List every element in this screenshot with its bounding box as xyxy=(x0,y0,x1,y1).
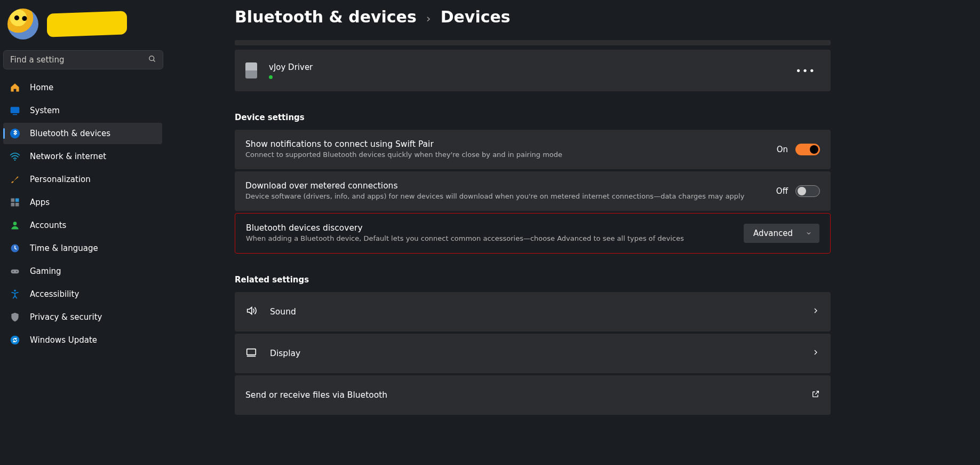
sound-icon xyxy=(245,305,257,319)
svg-point-10 xyxy=(13,222,17,225)
svg-rect-8 xyxy=(11,203,15,207)
svg-point-13 xyxy=(13,271,14,272)
chevron-right-icon xyxy=(811,348,820,359)
swift-pair-toggle[interactable] xyxy=(795,144,820,155)
nav-label: Privacy & security xyxy=(30,312,102,322)
related-label: Display xyxy=(270,349,300,358)
nav-label: Accounts xyxy=(30,220,66,230)
nav-label: Bluetooth & devices xyxy=(30,129,110,138)
status-dot-icon xyxy=(269,75,273,79)
nav-accounts[interactable]: Accounts xyxy=(3,215,162,236)
nav-label: Home xyxy=(30,83,53,92)
nav-label: Gaming xyxy=(30,266,61,276)
highlighted-setting: Bluetooth devices discovery When adding … xyxy=(235,213,831,254)
external-link-icon xyxy=(811,390,820,400)
svg-rect-3 xyxy=(13,114,17,115)
nav-label: Apps xyxy=(30,198,50,207)
toggle-state-label: Off xyxy=(776,186,788,196)
device-row-vjoy[interactable]: vJoy Driver ••• xyxy=(235,50,831,91)
breadcrumb-current: Devices xyxy=(441,7,511,26)
nav-label: Personalization xyxy=(30,175,91,184)
gamepad-icon xyxy=(10,266,20,277)
nav-list: Home System Bluetooth & devices Network … xyxy=(3,77,162,351)
user-name-redacted xyxy=(47,11,127,37)
svg-point-15 xyxy=(14,289,16,291)
svg-point-0 xyxy=(149,56,154,60)
chevron-down-icon xyxy=(806,230,812,237)
collapsed-section-bar[interactable] xyxy=(235,40,831,45)
setting-desc: When adding a Bluetooth device, Default … xyxy=(246,234,684,243)
setting-metered: Download over metered connections Device… xyxy=(235,171,831,211)
related-sound[interactable]: Sound xyxy=(235,292,831,332)
nav-gaming[interactable]: Gaming xyxy=(3,261,162,282)
device-meta: vJoy Driver xyxy=(269,62,313,79)
nav-accessibility[interactable]: Accessibility xyxy=(3,283,162,305)
nav-system[interactable]: System xyxy=(3,100,162,121)
paintbrush-icon xyxy=(10,174,20,185)
svg-rect-6 xyxy=(11,199,15,202)
setting-title: Download over metered connections xyxy=(245,181,744,191)
breadcrumb: Bluetooth & devices › Devices xyxy=(235,7,831,26)
discovery-dropdown[interactable]: Advanced xyxy=(744,224,819,243)
nav-personalization[interactable]: Personalization xyxy=(3,169,162,190)
related-display[interactable]: Display xyxy=(235,334,831,373)
search-input[interactable] xyxy=(10,55,148,65)
device-icon xyxy=(245,62,257,78)
svg-rect-2 xyxy=(11,107,20,113)
svg-rect-9 xyxy=(15,203,19,207)
toggle-state-label: On xyxy=(777,145,788,154)
nav-label: Time & language xyxy=(30,243,98,253)
nav-label: System xyxy=(30,106,60,115)
svg-rect-17 xyxy=(247,349,256,355)
nav-apps[interactable]: Apps xyxy=(3,192,162,213)
breadcrumb-parent[interactable]: Bluetooth & devices xyxy=(235,7,417,26)
display-icon xyxy=(245,346,257,360)
wifi-icon xyxy=(10,151,20,162)
metered-toggle[interactable] xyxy=(795,185,820,197)
system-icon xyxy=(10,105,20,116)
nav-label: Network & internet xyxy=(30,152,106,161)
svg-point-5 xyxy=(14,159,16,161)
setting-swift-pair: Show notifications to connect using Swif… xyxy=(235,130,831,169)
update-icon xyxy=(10,335,20,345)
nav-time-language[interactable]: Time & language xyxy=(3,238,162,259)
related-bluetooth-files[interactable]: Send or receive files via Bluetooth xyxy=(235,375,831,415)
shield-icon xyxy=(10,312,20,322)
section-device-settings: Device settings xyxy=(235,113,831,122)
setting-title: Bluetooth devices discovery xyxy=(246,223,684,233)
svg-point-14 xyxy=(16,271,17,272)
nav-privacy[interactable]: Privacy & security xyxy=(3,306,162,328)
home-icon xyxy=(10,82,20,93)
person-icon xyxy=(10,220,20,231)
main-content: Bluetooth & devices › Devices vJoy Drive… xyxy=(165,0,980,465)
accessibility-icon xyxy=(10,289,20,300)
svg-point-16 xyxy=(11,336,20,345)
setting-desc: Device software (drivers, info, and apps… xyxy=(245,192,744,201)
search-icon xyxy=(148,55,156,65)
clock-icon xyxy=(10,243,20,254)
user-profile[interactable] xyxy=(3,3,162,50)
section-related-settings: Related settings xyxy=(235,275,831,285)
setting-desc: Connect to supported Bluetooth devices q… xyxy=(245,150,562,160)
related-label: Send or receive files via Bluetooth xyxy=(245,390,387,400)
search-box[interactable] xyxy=(3,50,163,69)
device-more-button[interactable]: ••• xyxy=(791,62,820,80)
chevron-right-icon xyxy=(811,306,820,317)
device-name: vJoy Driver xyxy=(269,62,313,72)
setting-title: Show notifications to connect using Swif… xyxy=(245,139,562,149)
svg-rect-7 xyxy=(15,199,19,202)
nav-home[interactable]: Home xyxy=(3,77,162,98)
setting-discovery: Bluetooth devices discovery When adding … xyxy=(235,214,830,253)
bluetooth-icon xyxy=(10,128,20,139)
nav-bluetooth-devices[interactable]: Bluetooth & devices xyxy=(3,123,162,144)
nav-network[interactable]: Network & internet xyxy=(3,146,162,167)
related-label: Sound xyxy=(270,307,296,317)
svg-line-1 xyxy=(153,60,155,61)
avatar xyxy=(7,9,38,40)
nav-windows-update[interactable]: Windows Update xyxy=(3,329,162,351)
apps-icon xyxy=(10,197,20,208)
svg-rect-12 xyxy=(11,270,19,274)
dropdown-value: Advanced xyxy=(753,228,793,238)
sidebar: Home System Bluetooth & devices Network … xyxy=(0,0,165,465)
nav-label: Windows Update xyxy=(30,335,97,345)
